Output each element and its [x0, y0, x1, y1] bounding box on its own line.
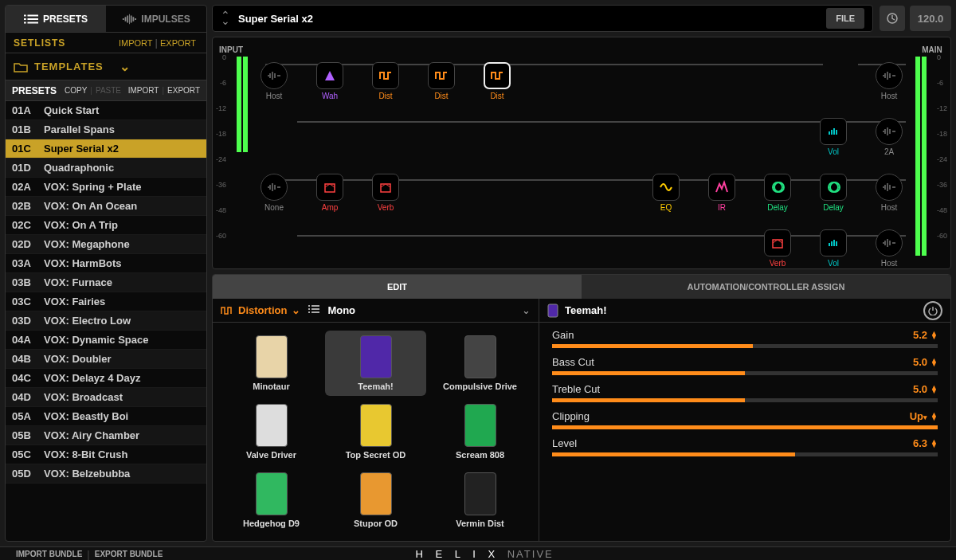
model-cell[interactable]: Scream 808: [429, 399, 531, 464]
preset-item[interactable]: 03CVOX: Fairies: [6, 292, 206, 311]
pedal-thumbnail: [464, 335, 496, 378]
flow-node[interactable]: [820, 174, 847, 201]
presets-import[interactable]: IMPORT: [128, 86, 159, 95]
flow-node[interactable]: [484, 62, 511, 89]
setlists-export[interactable]: EXPORT: [158, 38, 198, 48]
tempo-tap-button[interactable]: [880, 6, 905, 31]
param-spinner[interactable]: ▲▼: [931, 413, 938, 421]
preset-item[interactable]: 04BVOX: Doubler: [6, 350, 206, 369]
preset-name-box[interactable]: ⌃⌄ Super Serial x2 FILE: [212, 5, 873, 32]
presets-export[interactable]: EXPORT: [167, 86, 200, 95]
presets-copy[interactable]: COPY: [65, 86, 87, 95]
category-dropdown[interactable]: Distortion ⌄: [221, 304, 300, 316]
preset-item[interactable]: 02AVOX: Spring + Plate: [6, 178, 206, 197]
flow-label: None: [264, 203, 284, 212]
flow-node[interactable]: [820, 118, 847, 145]
tab-edit[interactable]: EDIT: [213, 275, 582, 299]
param-value[interactable]: 5.0: [913, 383, 927, 395]
model-cell[interactable]: Compulsive Drive: [429, 331, 531, 396]
preset-item[interactable]: 01CSuper Serial x2: [6, 139, 206, 159]
model-cell[interactable]: Vermin Dist: [429, 468, 531, 533]
preset-name: VOX: HarmBots: [44, 257, 122, 269]
topology-dropdown[interactable]: Mono: [327, 304, 517, 316]
param-label: Level: [552, 437, 913, 449]
param-spinner[interactable]: ▲▼: [931, 440, 938, 448]
preset-name: VOX: Fairies: [44, 296, 105, 307]
templates-dropdown[interactable]: TEMPLATES ⌄: [6, 53, 206, 80]
preset-item[interactable]: 03AVOX: HarmBots: [6, 254, 206, 273]
preset-slot: 04B: [12, 353, 37, 365]
file-button[interactable]: FILE: [826, 8, 864, 29]
preset-slot: 04D: [12, 391, 37, 403]
preset-item[interactable]: 05AVOX: Beastly Boi: [6, 407, 206, 426]
flow-block: Delay: [761, 174, 794, 212]
flow-node[interactable]: [876, 118, 903, 145]
model-cell[interactable]: Valve Driver: [221, 399, 322, 464]
preset-item[interactable]: 03BVOX: Furnace: [6, 273, 206, 292]
preset-item[interactable]: 02BVOX: On An Ocean: [6, 197, 206, 216]
param-spinner[interactable]: ▲▼: [931, 386, 938, 394]
tab-impulses[interactable]: IMPULSES: [106, 6, 206, 32]
import-bundle[interactable]: IMPORT BUNDLE: [11, 550, 87, 558]
param-slider[interactable]: [552, 452, 938, 456]
param-value[interactable]: 6.3: [913, 437, 927, 449]
param-value[interactable]: 5.2: [913, 329, 927, 341]
preset-item[interactable]: 04DVOX: Broadcast: [6, 388, 206, 407]
param-slider[interactable]: [552, 425, 938, 429]
preset-item[interactable]: 05BVOX: Airy Chamber: [6, 426, 206, 445]
flow-node[interactable]: [708, 174, 735, 201]
flow-node[interactable]: [876, 229, 903, 257]
preset-item[interactable]: 05DVOX: Belzebubba: [6, 464, 206, 484]
param-slider[interactable]: [552, 398, 938, 402]
param-slider[interactable]: [552, 344, 938, 348]
flow-node[interactable]: [428, 62, 455, 89]
flow-node[interactable]: [876, 174, 903, 201]
tempo-value[interactable]: 120.0: [910, 6, 951, 31]
list-icon[interactable]: [308, 304, 319, 314]
tab-presets[interactable]: PRESETS: [6, 6, 106, 32]
preset-item[interactable]: 01AQuick Start: [6, 101, 206, 120]
param-spinner[interactable]: ▲▼: [931, 358, 938, 366]
preset-item[interactable]: 02CVOX: On A Trip: [6, 216, 206, 235]
flow-canvas[interactable]: HostWahDistDistDistHost Vol2A NoneAmpVer…: [249, 37, 914, 268]
model-cell[interactable]: Hedgehog D9: [221, 468, 322, 533]
io-icon: [881, 68, 897, 84]
export-bundle[interactable]: EXPORT BUNDLE: [90, 550, 168, 558]
model-cell[interactable]: Top Secret OD: [325, 399, 426, 464]
flow-node[interactable]: [261, 62, 288, 89]
flow-node[interactable]: [372, 174, 399, 201]
preset-item[interactable]: 05CVOX: 8-Bit Crush: [6, 445, 206, 464]
setlists-import[interactable]: IMPORT: [116, 38, 155, 48]
flow-label: Delay: [823, 203, 844, 212]
preset-item[interactable]: 04AVOX: Dynamic Space: [6, 331, 206, 350]
preset-item[interactable]: 01DQuadraphonic: [6, 159, 206, 178]
param-value[interactable]: 5.0: [913, 356, 927, 368]
tab-automation[interactable]: AUTOMATION/CONTROLLER ASSIGN: [582, 275, 950, 299]
presets-paste[interactable]: PASTE: [96, 86, 121, 95]
model-cell[interactable]: Teemah!: [325, 331, 426, 396]
flow-node[interactable]: [764, 229, 791, 257]
flow-node[interactable]: [316, 62, 343, 89]
model-cell[interactable]: Stupor OD: [325, 468, 426, 533]
preset-item[interactable]: 03DVOX: Electro Low: [6, 311, 206, 331]
flow-node[interactable]: [764, 174, 791, 201]
flow-node[interactable]: [820, 229, 847, 257]
flow-node[interactable]: [316, 174, 343, 201]
preset-item[interactable]: 02DVOX: Megaphone: [6, 235, 206, 254]
flow-block: Dist: [369, 62, 402, 100]
meter-tick: -12: [937, 104, 947, 112]
param-spinner[interactable]: ▲▼: [931, 331, 938, 339]
preset-updown-icon[interactable]: ⌃⌄: [221, 13, 230, 24]
flow-node[interactable]: [876, 62, 903, 89]
param-value[interactable]: Up▾: [910, 410, 927, 422]
preset-item[interactable]: 04CVOX: Delayz 4 Dayz: [6, 369, 206, 388]
flow-node[interactable]: [652, 174, 680, 201]
power-button[interactable]: [923, 301, 942, 320]
flow-node[interactable]: [261, 174, 288, 201]
model-cell[interactable]: Minotaur: [221, 331, 322, 396]
preset-item[interactable]: 01BParallel Spans: [6, 120, 206, 139]
flow-block: Host: [872, 229, 906, 268]
presets-header: PRESETS COPY | PASTE IMPORT | EXPORT: [6, 80, 206, 101]
flow-node[interactable]: [372, 62, 399, 89]
param-slider[interactable]: [552, 371, 938, 375]
